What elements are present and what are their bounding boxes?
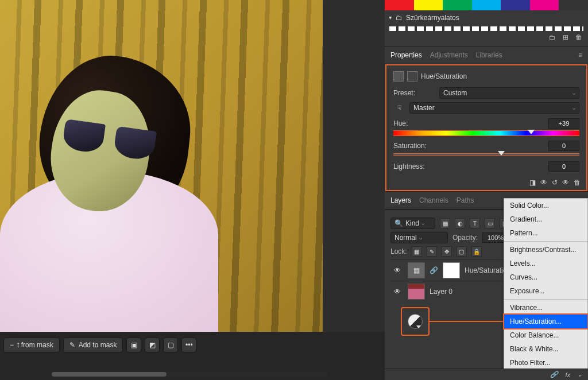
subtract-from-mask-button[interactable]: − t from mask [3,338,60,352]
new-adjustment-layer-button[interactable] [401,307,430,336]
view-previous-icon[interactable]: 👁 [540,179,547,187]
menu-item-brightness-contrast[interactable]: Brightness/Contrast... [504,243,587,257]
trash-icon[interactable]: 🗑 [575,33,582,41]
clip-to-layer-icon[interactable]: ◨ [529,179,536,187]
visibility-toggle-icon[interactable]: 👁 [394,266,403,274]
lock-position-icon[interactable]: ✥ [442,246,452,257]
color-range-select[interactable]: Master ⌵ [409,102,579,114]
saturation-slider[interactable] [393,153,579,156]
lock-all-icon[interactable]: 🔒 [471,246,482,257]
more-options-button[interactable]: ••• [181,338,196,352]
link-layers-icon[interactable]: 🔗 [550,371,558,378]
menu-item-pattern[interactable]: Pattern... [504,226,587,240]
document-preview[interactable] [0,0,323,332]
preset-select[interactable]: Custom ⌵ [439,87,579,99]
new-swatch-icon[interactable]: ⊞ [563,33,568,41]
targeted-adjustment-icon[interactable]: ☟ [393,102,405,114]
hue-value-input[interactable]: +39 [548,118,579,129]
menu-item-photo-filter[interactable]: Photo Filter... [504,356,587,370]
grayscale-swatches[interactable] [389,26,583,31]
menu-item-vibrance[interactable]: Vibrance... [504,301,587,315]
menu-item-black-white[interactable]: Black & White... [504,342,587,356]
blend-mode-value: Normal [394,234,417,242]
filter-pixel-icon[interactable]: ▦ [440,218,450,228]
menu-item-hue-saturation[interactable]: Hue/Saturation... [503,313,588,329]
canvas-area[interactable] [0,0,323,332]
menu-separator [504,241,587,242]
button-label: Add to mask [79,341,117,349]
filter-kind-select[interactable]: 🔍 Kind ⌵ [390,218,435,229]
search-icon: 🔍 [394,219,403,227]
menu-separator [504,299,587,300]
menu-item-curves[interactable]: Curves... [504,270,587,284]
chevron-down-icon: ⌵ [572,90,575,96]
filter-kind-label: Kind [405,219,419,227]
brush-icon: ✎ [69,341,75,349]
layer-thumb [408,284,425,300]
callout-connector [430,321,504,322]
menu-item-solid-color[interactable]: Solid Color... [504,199,587,212]
folder-new-icon[interactable]: 🗀 [549,33,556,41]
tab-properties[interactable]: Properties [390,51,422,59]
menu-item-color-balance[interactable]: Color Balance... [504,328,587,342]
layer-name[interactable]: Layer 0 [430,288,452,296]
menu-item-gradient[interactable]: Gradient... [504,212,587,226]
tool-icon-1[interactable]: ▣ [126,338,141,352]
saturation-value-input[interactable]: 0 [548,141,579,151]
button-label: t from mask [17,341,53,349]
lock-pixels-icon[interactable]: ▦ [412,246,422,257]
saturation-slider-thumb[interactable] [498,151,505,156]
properties-tab-bar: Properties Adjustments Libraries ≡ [385,46,588,64]
reset-icon[interactable]: ↺ [552,179,558,187]
horizontal-scrollbar[interactable] [52,372,327,377]
lock-label: Lock: [390,247,407,255]
tool-icon-2[interactable]: ◩ [145,338,160,352]
folder-icon: 🗀 [396,14,403,22]
layers-footer: 🔗 fx ⌄ [385,369,588,380]
lock-brush-icon[interactable]: ✎ [427,246,437,257]
minus-icon: − [10,341,14,349]
chevron-down-icon[interactable]: ⌄ [577,371,582,378]
chevron-down-icon: ⌵ [572,105,575,111]
folder-label: Szürkeárnyalatos [406,14,459,22]
tab-channels[interactable]: Channels [419,196,448,204]
hue-slider-thumb[interactable] [528,130,535,134]
blend-mode-select[interactable]: Normal ⌵ [390,232,448,243]
preset-label: Preset: [393,89,435,97]
chevron-down-icon: ⌵ [419,235,422,241]
lock-artboard-icon[interactable]: ▢ [457,246,467,257]
adjustment-layer-menu: Solid Color... Gradient... Pattern... Br… [504,198,588,380]
tool-icon-3[interactable]: ▢ [163,338,178,352]
tab-layers[interactable]: Layers [390,196,411,204]
visibility-toggle-icon[interactable]: 👁 [394,288,403,296]
filter-adjustment-icon[interactable]: ◐ [455,218,465,228]
link-icon[interactable]: 🔗 [430,266,438,274]
chevron-down-icon: ⌵ [421,220,424,226]
filter-shape-icon[interactable]: ▭ [485,218,495,228]
menu-item-levels[interactable]: Levels... [504,257,587,270]
trash-icon[interactable]: 🗑 [574,179,581,187]
mask-icon [407,71,417,82]
swatches-strip[interactable] [385,0,588,10]
lightness-label: Lightness: [393,162,425,170]
chevron-down-icon: ▸ [388,17,394,20]
opacity-label: Opacity: [452,234,478,242]
layer-mask-thumb[interactable] [443,262,460,278]
properties-panel: Hue/Saturation Preset: Custom ⌵ ☟ Master… [386,65,586,175]
lightness-value-input[interactable]: 0 [548,161,579,172]
preset-value: Custom [443,89,467,97]
filter-type-icon[interactable]: T [470,218,480,228]
layer-fx-icon[interactable]: fx [565,371,570,378]
adjustment-thumb-icon: ▦ [408,262,425,278]
menu-item-exposure[interactable]: Exposure... [504,284,587,298]
hue-slider[interactable] [393,130,579,136]
panel-menu-icon[interactable]: ≡ [578,51,582,59]
tab-paths[interactable]: Paths [457,196,474,204]
context-toolbar: − t from mask ✎ Add to mask ▣ ◩ ▢ ••• [0,332,385,380]
tab-libraries[interactable]: Libraries [476,51,502,59]
properties-footer: ◨ 👁 ↺ 👁 🗑 [386,175,586,190]
swatches-folder-row[interactable]: ▸ 🗀 Szürkeárnyalatos [385,10,588,25]
add-to-mask-button[interactable]: ✎ Add to mask [63,338,123,352]
tab-adjustments[interactable]: Adjustments [430,51,468,59]
toggle-visibility-icon[interactable]: 👁 [562,179,569,187]
